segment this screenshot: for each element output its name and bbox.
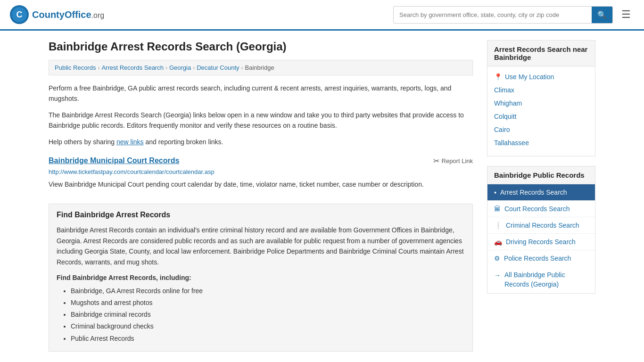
record-type-icon: 🏛: [494, 205, 501, 213]
new-links-link[interactable]: new links: [116, 138, 144, 146]
all-public-records-link[interactable]: → All Bainbridge Public Records (Georgia…: [487, 266, 595, 293]
breadcrumb: Public Records › Arrest Records Search ›…: [49, 60, 473, 75]
use-my-location-button[interactable]: 📍 Use My Location: [494, 70, 588, 83]
search-bar: 🔍: [393, 6, 613, 24]
find-list-title: Find Bainbridge Arrest Records, includin…: [57, 274, 465, 281]
record-item-label: Police Records Search: [504, 255, 571, 262]
record-type-icon: ⚙: [494, 255, 500, 262]
page-title: Bainbridge Arrest Records Search (Georgi…: [49, 40, 473, 53]
record-link-header: Bainbridge Municipal Court Records ✂ Rep…: [49, 156, 473, 165]
search-input[interactable]: [394, 8, 592, 22]
find-section: Find Bainbridge Arrest Records Bainbridg…: [49, 204, 473, 352]
sidebar-records: Bainbridge Public Records ▪Arrest Record…: [487, 166, 595, 294]
find-body: Bainbridge Arrest Records contain an ind…: [57, 225, 465, 267]
breadcrumb-arrest-records[interactable]: Arrest Records Search: [101, 64, 164, 71]
list-item: Bainbridge criminal records: [71, 309, 465, 321]
nearby-location-link[interactable]: Tallahassee: [494, 136, 588, 149]
breadcrumb-sep-1: ›: [98, 65, 99, 71]
breadcrumb-public-records[interactable]: Public Records: [55, 64, 96, 71]
breadcrumb-georgia[interactable]: Georgia: [169, 64, 191, 71]
list-item: Mugshots and arrest photos: [71, 297, 465, 309]
sidebar-record-item[interactable]: ❕Criminal Records Search: [487, 217, 595, 234]
record-link-title[interactable]: Bainbridge Municipal Court Records: [49, 156, 179, 165]
sidebar-record-item[interactable]: ⚙Police Records Search: [487, 250, 595, 266]
sidebar-nearby: Arrest Records Search near Bainbridge 📍 …: [487, 40, 595, 156]
sidebar-record-item[interactable]: 🚗Driving Records Search: [487, 234, 595, 250]
hamburger-icon: ☰: [621, 8, 631, 20]
nearby-location-link[interactable]: Whigham: [494, 97, 588, 110]
header: C CountyOffice.org 🔍 ☰: [0, 0, 644, 31]
main-layout: Bainbridge Arrest Records Search (Georgi…: [39, 31, 605, 361]
header-right: 🔍 ☰: [393, 6, 635, 24]
sidebar-records-title: Bainbridge Public Records: [487, 166, 595, 184]
content-area: Bainbridge Arrest Records Search (Georgi…: [49, 40, 473, 352]
nearby-location-link[interactable]: Climax: [494, 83, 588, 97]
list-item: Criminal background checks: [71, 321, 465, 332]
sidebar: Arrest Records Search near Bainbridge 📍 …: [487, 40, 595, 352]
menu-button[interactable]: ☰: [618, 7, 635, 23]
sidebar-record-item[interactable]: 🏛Court Records Search: [487, 201, 595, 217]
svg-text:C: C: [17, 10, 23, 19]
record-url-link[interactable]: http://www.ticketfastpay.com/courtcalend…: [49, 168, 473, 175]
find-title: Find Bainbridge Arrest Records: [57, 211, 465, 219]
arrow-right-icon: →: [494, 271, 501, 280]
record-link-section: Bainbridge Municipal Court Records ✂ Rep…: [49, 156, 473, 194]
search-button[interactable]: 🔍: [592, 7, 612, 23]
report-link-button[interactable]: ✂ Report Link: [433, 156, 473, 165]
nearby-locations-list: ClimaxWhighamColquittCairoTallahassee: [494, 83, 588, 149]
record-item-label: Driving Records Search: [506, 238, 576, 246]
breadcrumb-sep-3: ›: [193, 65, 195, 71]
sidebar-nearby-title: Arrest Records Search near Bainbridge: [487, 41, 595, 66]
logo-text: CountyOffice.org: [32, 9, 104, 20]
description-1: Perform a free Bainbridge, GA public arr…: [49, 83, 473, 104]
logo-icon: C: [9, 5, 29, 25]
scissors-icon: ✂: [433, 156, 439, 165]
list-item: Public Arrest Records: [71, 333, 465, 345]
description-2: The Bainbridge Arrest Records Search (Ge…: [49, 110, 473, 131]
nearby-location-link[interactable]: Cairo: [494, 123, 588, 136]
nearby-location-link[interactable]: Colquitt: [494, 110, 588, 123]
breadcrumb-decatur-county[interactable]: Decatur County: [197, 64, 239, 71]
record-type-icon: ❕: [494, 222, 502, 229]
find-list: Bainbridge, GA Arrest Records online for…: [57, 285, 465, 345]
logo-area: C CountyOffice.org: [9, 5, 104, 25]
record-type-icon: 🚗: [494, 238, 502, 246]
description-3: Help others by sharing new links and rep…: [49, 137, 473, 147]
breadcrumb-bainbridge: Bainbridge: [245, 64, 274, 71]
sidebar-record-items: ▪Arrest Records Search🏛Court Records Sea…: [487, 184, 595, 266]
location-pin-icon: 📍: [494, 73, 502, 81]
sidebar-record-item[interactable]: ▪Arrest Records Search: [487, 184, 595, 201]
sidebar-nearby-list: 📍 Use My Location ClimaxWhighamColquittC…: [487, 66, 595, 156]
record-item-label: Criminal Records Search: [506, 222, 579, 229]
record-description: View Bainbridge Municipal Court pending …: [49, 179, 473, 189]
record-item-label: Arrest Records Search: [500, 189, 567, 196]
record-item-label: Court Records Search: [504, 205, 570, 213]
breadcrumb-sep-4: ›: [241, 65, 243, 71]
search-icon: 🔍: [597, 11, 607, 19]
record-type-icon: ▪: [494, 189, 496, 196]
breadcrumb-sep-2: ›: [165, 65, 167, 71]
list-item: Bainbridge, GA Arrest Records online for…: [71, 285, 465, 297]
